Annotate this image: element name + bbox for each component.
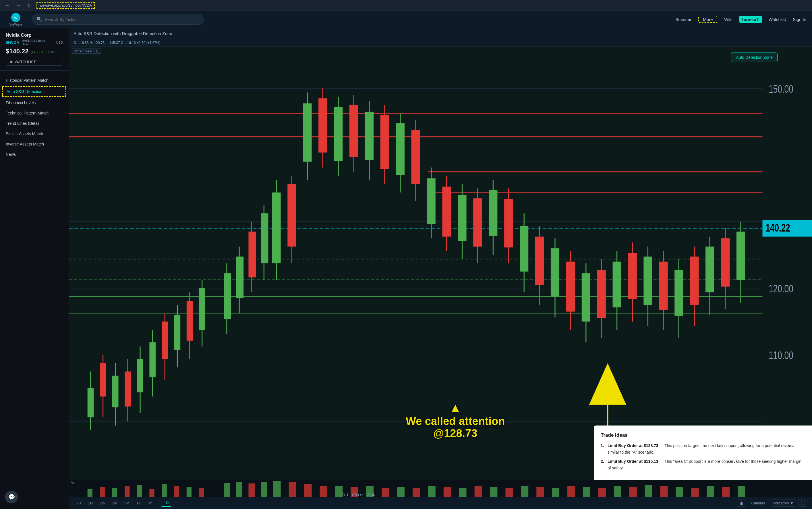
svg-rect-53 [334,107,343,161]
svg-text:120.00: 120.00 [769,283,793,295]
svg-rect-184 [691,488,699,497]
url-bar[interactable]: wewave.app/app/symbol/NVDA [36,2,95,9]
sidebar-item-auto-sr-detection[interactable]: Auto S&R Detection [2,86,66,97]
stock-price-row: $140.22 $0.55 (+0.39 %) [6,47,63,55]
svg-rect-167 [428,486,435,497]
stock-price: $140.22 [6,47,29,55]
stock-ticker-row: $NVDA NASDAQ Global Select USD [6,39,63,46]
svg-rect-145 [112,488,117,497]
svg-rect-143 [88,488,93,497]
svg-rect-186 [722,487,729,497]
bookmark-icon: ★ [9,60,13,64]
chart-area: Auto S&R Detection with Draggable Detect… [69,28,812,509]
svg-rect-151 [187,487,192,497]
svg-text:140.22: 140.22 [766,222,790,234]
svg-rect-147 [137,485,142,497]
fullscreen-button[interactable]: ⛶ [799,500,807,507]
nav-watchlist[interactable]: Watchlist [769,17,786,22]
wewave-logo-icon: w [11,13,21,22]
svg-rect-95 [659,262,668,310]
svg-rect-153 [224,483,230,497]
svg-rect-67 [442,187,451,237]
attention-overlay: ▲ We called attention @128.73 [406,401,505,440]
svg-rect-183 [676,487,683,497]
stock-exchange: NASDAQ Global Select [22,39,54,46]
trade-ideas-overlay: Trade Ideas 1. Limit Buy Order at $128.7… [594,426,812,480]
forward-button[interactable]: → [14,2,22,9]
svg-rect-168 [444,487,451,497]
back-button[interactable]: ← [3,2,11,9]
sidebar-nav: Historical Pattern Match Auto S&R Detect… [0,71,69,164]
svg-rect-172 [505,488,513,497]
sidebar-item-trend-lines-beta[interactable]: Trend Lines (Beta) [0,118,69,129]
sidebar-item-technical-pattern-match[interactable]: Technical Pattern Match [0,108,69,118]
sidebar-item-historical-pattern-match[interactable]: Historical Pattern Match [0,75,69,86]
svg-rect-75 [504,199,513,247]
trade-item-1: 1. Limit Buy Order at $128.73 — This pos… [601,442,805,455]
app-header: w WeWave 🔍 Scanner More Wiki how-to? Wat… [0,11,812,28]
search-bar[interactable]: 🔍 [32,14,204,25]
svg-rect-17 [88,388,94,417]
auto-detection-zone-badge[interactable]: Auto Detection Zone [731,53,778,62]
tf-1w[interactable]: 1W [97,500,108,506]
svg-rect-49 [303,103,312,162]
sidebar-item-similar-assets-match[interactable]: Similar Assets Match [0,129,69,139]
svg-rect-21 [112,376,119,407]
svg-rect-83 [566,262,575,312]
svg-rect-33 [187,301,193,341]
svg-rect-99 [690,257,699,305]
tf-2h[interactable]: 2H [73,500,84,506]
svg-rect-159 [304,484,312,497]
svg-text:01 Oct '24: 01 Oct '24 [342,493,375,497]
svg-rect-23 [125,372,131,407]
browser-bar: ← → ↻ wewave.app/app/symbol/NVDA [0,0,812,11]
watchlist-button[interactable]: ★ WATCHLIST [6,58,63,66]
svg-rect-89 [613,262,621,308]
svg-rect-77 [520,226,528,272]
svg-rect-41 [248,232,256,277]
tf-1d-first[interactable]: 1D [85,500,96,506]
sidebar: Nvidia Corp $NVDA NASDAQ Global Select U… [0,28,69,509]
tf-1y[interactable]: 1Y [133,500,144,506]
search-input[interactable] [44,17,199,22]
svg-rect-185 [707,486,714,497]
nav-wiki[interactable]: Wiki [724,17,732,22]
svg-rect-144 [100,487,105,497]
tf-1m[interactable]: 1M [109,500,120,506]
sidebar-item-inverse-assets-match[interactable]: Inverse Assets Match [0,139,69,149]
nav-scanner[interactable]: Scanner [675,17,691,22]
svg-rect-19 [100,363,106,397]
stock-ticker: $NVDA [6,40,19,45]
indicators-button[interactable]: Indicators ▼ [770,500,796,507]
tf-1d-active[interactable]: 1D [161,500,172,507]
svg-rect-169 [459,488,466,497]
chart-title: Auto S&R Detection with Draggable Detect… [69,28,812,39]
sidebar-item-news[interactable]: News [0,149,69,160]
svg-rect-180 [629,487,637,497]
volume-area: Vol [69,480,812,497]
nav-more[interactable]: More [698,16,717,23]
nav-howto[interactable]: how-to? [739,16,762,23]
sidebar-item-fibonacci-levels[interactable]: Fibonacci Levels [0,98,69,108]
chat-button[interactable]: 💬 [5,490,18,503]
crosshair-button[interactable]: ⨁ [737,500,746,507]
refresh-button[interactable]: ↻ [25,2,32,9]
svg-rect-69 [458,195,466,241]
svg-rect-160 [320,486,327,497]
svg-rect-85 [582,273,590,321]
svg-rect-148 [149,488,154,497]
svg-rect-155 [248,483,255,497]
svg-rect-146 [125,486,129,497]
nav-signin[interactable]: Sign In [793,17,806,22]
svg-rect-177 [583,487,590,497]
tf-5y[interactable]: 5Y [145,500,155,506]
candles-button[interactable]: Candles [748,500,768,506]
svg-rect-93 [644,257,652,305]
svg-rect-101 [706,246,714,293]
svg-rect-59 [381,115,389,169]
svg-rect-57 [365,112,373,160]
svg-rect-55 [350,105,358,157]
tf-3m[interactable]: 3M [122,500,132,506]
stock-currency: USD [56,41,63,44]
svg-rect-166 [413,488,420,497]
